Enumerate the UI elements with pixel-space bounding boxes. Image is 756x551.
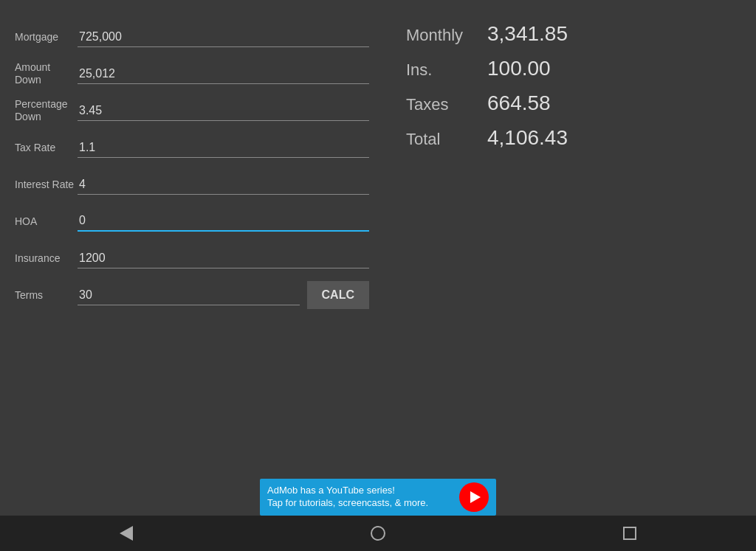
hoa-label: HOA [15,215,78,228]
insurance-row: Insurance [15,243,369,273]
terms-input[interactable] [78,285,300,305]
taxes-row: Taxes 664.58 [406,91,734,115]
terms-row: Terms CALC [15,280,369,310]
home-circle-icon [371,526,385,541]
mortgage-row: Mortgage [15,22,369,52]
recents-button[interactable] [615,519,645,548]
youtube-button[interactable] [459,482,489,512]
hoa-input[interactable] [78,211,369,232]
insurance-label: Insurance [15,252,78,265]
recents-square-icon [623,527,636,540]
nav-bar [0,516,756,551]
monthly-value: 3,341.85 [487,22,568,46]
total-value: 4,106.43 [487,126,568,150]
taxes-label: Taxes [406,95,480,114]
percentage-down-row: Percentage Down [15,96,369,125]
interest-rate-row: Interest Rate [15,170,369,199]
form-section: Mortgage Amount Down Percentage Down Tax… [0,15,384,434]
back-button[interactable] [111,519,141,548]
ins-value: 100.00 [487,57,551,80]
monthly-label: Monthly [406,26,480,45]
insurance-input[interactable] [78,249,369,268]
home-button[interactable] [363,519,393,548]
percentage-down-label: Percentage Down [15,98,78,123]
ad-text: AdMob has a YouTube series! Tap for tuto… [267,485,428,510]
results-section: Monthly 3,341.85 Ins. 100.00 Taxes 664.5… [384,15,756,434]
amount-down-input[interactable] [78,64,369,84]
interest-rate-label: Interest Rate [15,179,78,191]
amount-down-label: Amount Down [15,61,78,86]
percentage-down-input[interactable] [78,101,369,121]
tax-rate-input[interactable] [78,138,369,158]
back-arrow-icon [120,526,133,541]
tax-rate-row: Tax Rate [15,133,369,162]
hoa-row: HOA [15,207,369,236]
interest-rate-input[interactable] [78,175,369,195]
calc-button[interactable]: CALC [307,281,369,309]
youtube-play-icon [470,491,481,503]
mortgage-label: Mortgage [15,31,78,44]
ad-banner[interactable]: AdMob has a YouTube series! Tap for tuto… [260,479,496,516]
tax-rate-label: Tax Rate [15,142,78,154]
ins-label: Ins. [406,60,480,80]
terms-label: Terms [15,289,78,302]
total-label: Total [406,130,480,149]
mortgage-input[interactable] [78,27,369,47]
monthly-row: Monthly 3,341.85 [406,22,734,46]
amount-down-row: Amount Down [15,59,369,89]
taxes-value: 664.58 [487,91,551,115]
ad-line1: AdMob has a YouTube series! [267,485,428,497]
total-row: Total 4,106.43 [406,126,734,150]
ad-line2: Tap for tutorials, screencasts, & more. [267,497,428,510]
ins-row: Ins. 100.00 [406,57,734,80]
